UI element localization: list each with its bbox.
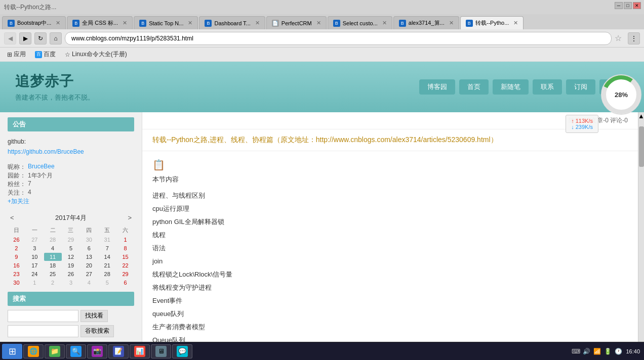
cal-day[interactable]: 29: [62, 236, 80, 244]
cal-day[interactable]: 18: [44, 261, 62, 269]
tray-icon-5[interactable]: 🕐: [614, 347, 623, 356]
cal-day[interactable]: 23: [8, 270, 25, 278]
cal-day[interactable]: 17: [26, 261, 44, 269]
cal-day[interactable]: 15: [116, 253, 134, 261]
address-input[interactable]: [65, 32, 612, 45]
tab-close-icon[interactable]: ✕: [382, 20, 387, 26]
tray-icon-1[interactable]: ⌨: [571, 347, 580, 356]
cal-day[interactable]: 27: [80, 270, 98, 278]
nav-subscribe[interactable]: 订阅: [566, 79, 595, 95]
tab-css[interactable]: B 全局 CSS 标... ✕: [67, 16, 133, 29]
cal-day[interactable]: 3: [26, 244, 44, 252]
bookmark-star-icon[interactable]: ☆: [615, 33, 625, 43]
tab-close-icon[interactable]: ✕: [188, 20, 192, 26]
cal-day[interactable]: 9: [8, 253, 25, 261]
taskbar-item-3[interactable]: 🔍: [66, 344, 86, 358]
tab-close-icon[interactable]: ✕: [255, 20, 260, 26]
calendar-prev-button[interactable]: <: [8, 214, 17, 221]
search-button-2[interactable]: 谷歌搜索: [80, 325, 114, 337]
toc-item-10[interactable]: queue队列: [152, 307, 628, 321]
toc-item-11[interactable]: 生产者消费者模型: [152, 321, 628, 334]
cal-day[interactable]: 1: [26, 279, 44, 287]
toc-item-4[interactable]: 线程: [152, 229, 628, 242]
bookmark-linux[interactable]: ☆ Linux命令大全(手册): [62, 49, 130, 60]
tray-icon-3[interactable]: 📶: [592, 347, 601, 356]
refresh-button[interactable]: ↻: [34, 32, 47, 44]
calendar-next-button[interactable]: >: [125, 214, 134, 221]
toc-item-5[interactable]: 语法: [152, 242, 628, 255]
minimize-button[interactable]: ─: [615, 2, 623, 9]
cal-day[interactable]: 3: [62, 279, 80, 287]
cal-day[interactable]: 31: [98, 236, 116, 244]
toc-item-6[interactable]: join: [152, 255, 628, 268]
cal-day[interactable]: 22: [116, 261, 134, 269]
tab-close-icon[interactable]: ✕: [316, 20, 321, 26]
cal-day[interactable]: 4: [44, 244, 62, 252]
cal-day[interactable]: 19: [62, 261, 80, 269]
tab-alex[interactable]: B alex3714_算... ✕: [393, 16, 459, 29]
close-button[interactable]: ✕: [633, 2, 641, 9]
toc-item-3[interactable]: python GIL全局解释器锁: [152, 215, 628, 229]
tray-icon-2[interactable]: 🔊: [582, 347, 591, 356]
nav-contact[interactable]: 联系: [533, 79, 562, 95]
toc-item-12[interactable]: Queue队列: [152, 334, 628, 342]
maximize-button[interactable]: □: [624, 2, 632, 9]
cal-day[interactable]: 5: [62, 244, 80, 252]
toc-item-7[interactable]: 线程锁之Lock\Rlock\信号量: [152, 268, 628, 281]
cal-day[interactable]: 10: [26, 253, 44, 261]
cal-day[interactable]: 1: [116, 236, 134, 244]
cal-day[interactable]: 16: [8, 261, 25, 269]
cal-day[interactable]: 7: [98, 244, 116, 252]
scroll-thumb[interactable]: [639, 126, 644, 167]
search-input-2[interactable]: [8, 325, 78, 337]
taskbar-item-8[interactable]: 💬: [172, 344, 192, 358]
article-title-link[interactable]: 转载--Python之路,进程、线程、协程篇（原文地址：http://www.c…: [152, 136, 498, 144]
taskbar-item-2[interactable]: 📁: [45, 344, 65, 358]
cal-day[interactable]: 2: [8, 244, 25, 252]
cal-day[interactable]: 28: [98, 270, 116, 278]
taskbar-item-4[interactable]: 📸: [87, 344, 107, 358]
back-button[interactable]: ◀: [4, 32, 16, 44]
cal-day[interactable]: 6: [80, 244, 98, 252]
cal-day[interactable]: 8: [116, 244, 134, 252]
search-button-1[interactable]: 找找看: [80, 310, 108, 322]
tab-close-icon[interactable]: ✕: [449, 20, 454, 26]
github-link[interactable]: https://github.com/BruceBee: [8, 148, 84, 155]
tab-close-icon[interactable]: ✕: [56, 20, 60, 26]
toc-item-8[interactable]: 将线程变为守护进程: [152, 281, 628, 294]
taskbar-item-5[interactable]: 📝: [108, 344, 129, 358]
cal-day[interactable]: 6: [116, 279, 134, 287]
cal-day-today[interactable]: 11: [44, 253, 62, 261]
start-button[interactable]: ⊞: [2, 344, 22, 359]
menu-button[interactable]: ⋮: [628, 32, 640, 44]
cal-day[interactable]: 27: [26, 236, 44, 244]
cal-day[interactable]: 28: [44, 236, 62, 244]
tab-static[interactable]: B Static Top N... ✕: [134, 16, 198, 29]
cal-day[interactable]: 5: [98, 279, 116, 287]
tab-perfectcrm[interactable]: 📄 PerfectCRM ✕: [266, 16, 327, 29]
cal-day[interactable]: 24: [26, 270, 44, 278]
cal-day[interactable]: 12: [62, 253, 80, 261]
bookmark-baidu[interactable]: 百 百度: [32, 49, 59, 60]
cal-day[interactable]: 30: [80, 236, 98, 244]
tab-bootstrap[interactable]: B Bootstrap中... ✕: [2, 16, 66, 29]
cal-day[interactable]: 20: [80, 261, 98, 269]
tab-zhuanzai[interactable]: B 转载--Pytho... ✕: [460, 16, 524, 29]
add-follow-link[interactable]: +加关注: [8, 197, 134, 206]
toc-item-9[interactable]: Event事件: [152, 294, 628, 307]
tab-close-icon[interactable]: ✕: [123, 20, 127, 26]
cal-day[interactable]: 29: [116, 270, 134, 278]
scrollbar[interactable]: ▲: [638, 112, 644, 342]
tab-close-icon[interactable]: ✕: [513, 20, 518, 26]
forward-button[interactable]: ▶: [19, 32, 31, 44]
tab-dashboard[interactable]: B Dashboard T... ✕: [199, 16, 265, 29]
nav-newpost[interactable]: 新随笔: [493, 79, 529, 95]
cal-day[interactable]: 21: [98, 261, 116, 269]
tray-icon-4[interactable]: 🔋: [603, 347, 612, 356]
cal-day[interactable]: 26: [62, 270, 80, 278]
toc-item-2[interactable]: cpu运行原理: [152, 202, 628, 215]
cal-day[interactable]: 4: [80, 279, 98, 287]
tab-select[interactable]: B Select custo... ✕: [328, 16, 392, 29]
cal-day[interactable]: 25: [44, 270, 62, 278]
cal-day[interactable]: 30: [8, 279, 25, 287]
